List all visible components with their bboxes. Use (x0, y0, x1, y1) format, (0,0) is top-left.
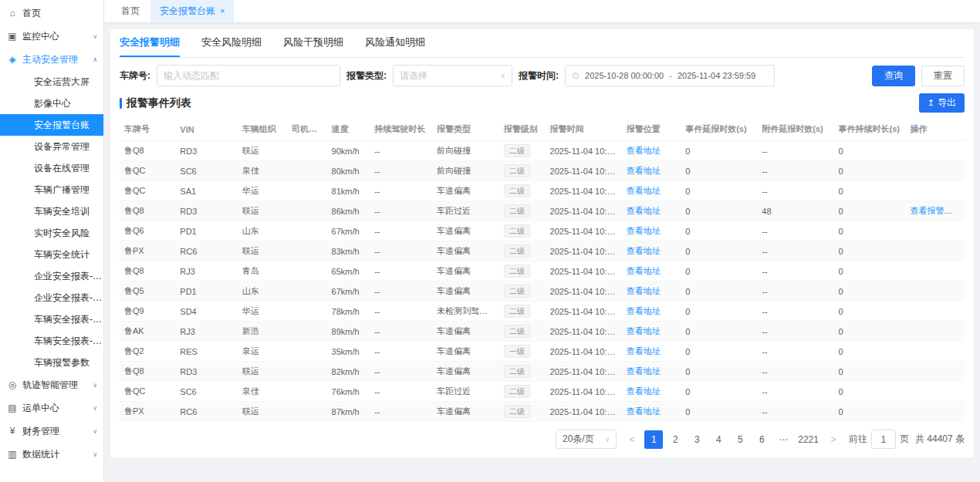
table-row: 鲁Q9SD4华运78km/h--未检测到驾驶员二级2025-11-04 10:2… (120, 302, 965, 322)
content-tab[interactable]: 风险干预明细 (283, 29, 343, 57)
table-row: 鲁Q5PD1山东67km/h--车道偏离二级2025-11-04 10:24:2… (120, 281, 965, 302)
view-address-link[interactable]: 查看地址 (627, 306, 661, 315)
table-cell: PD1 (175, 281, 238, 302)
content-tab[interactable]: 风险通知明细 (365, 29, 425, 57)
close-icon[interactable]: × (220, 7, 225, 15)
card-tabs: 安全报警明细安全风险明细风险干预明细风险通知明细 (120, 29, 965, 58)
content-tab[interactable]: 安全风险明细 (201, 29, 262, 57)
view-address-link[interactable]: 查看地址 (627, 366, 661, 376)
sidebar-subitem[interactable]: 企业安全报表-风险 (0, 265, 103, 287)
table-cell: SC6 (175, 161, 238, 181)
sidebar-subitem[interactable]: 实时安全风险 (0, 222, 103, 244)
page-number-button[interactable]: 3 (688, 430, 706, 449)
table-cell: -- (757, 281, 833, 302)
sidebar-subitem[interactable]: 车辆安全报表-报警 (0, 330, 103, 352)
search-button[interactable]: 查询 (872, 66, 915, 86)
table-row: 鲁PXRC6联运83km/h--车道偏离二级2025-11-04 10:24:5… (120, 241, 965, 261)
window-tab[interactable]: 首页 (112, 0, 149, 22)
goto-page-input[interactable] (871, 430, 896, 449)
sidebar-subitem[interactable]: 车辆安全报表-风险 (0, 308, 103, 330)
plate-input[interactable] (157, 65, 340, 86)
view-address-link[interactable]: 查看地址 (627, 286, 661, 295)
prev-page-button[interactable]: < (623, 430, 641, 449)
table-cell: 2025-11-04 10:26:44 (546, 181, 622, 201)
sidebar-subitem[interactable]: 车辆广播管理 (0, 179, 103, 201)
page-number-button[interactable]: 5 (731, 430, 749, 449)
alarm-time-range-picker[interactable]: ⊙ 2025-10-28 00:00:00 - 2025-11-04 23:59… (565, 65, 775, 86)
table-cell: 青岛 (238, 261, 287, 281)
view-address-link[interactable]: 查看地址 (627, 246, 661, 255)
table-cell: 二级 (499, 221, 546, 241)
page-number-button[interactable]: 2221 (796, 430, 821, 449)
view-address-link[interactable]: 查看地址 (627, 386, 661, 396)
table-cell: 查看地址 (622, 402, 681, 422)
table-cell: -- (370, 342, 432, 362)
table-cell: RC6 (175, 241, 238, 261)
table-cell: SD4 (175, 302, 238, 322)
table-cell: -- (370, 322, 432, 342)
table-cell: 泉佳 (238, 161, 287, 181)
sidebar-item-label: 数据统计 (22, 448, 90, 461)
sidebar-subitem[interactable]: 车辆安全统计 (0, 244, 103, 265)
table-cell: 二级 (499, 141, 546, 161)
reset-button[interactable]: 重置 (921, 66, 965, 86)
sidebar-item[interactable]: ▣监控中心∨ (0, 25, 103, 48)
chevron-down-icon: ∨ (93, 405, 97, 412)
table-cell: -- (757, 402, 833, 422)
page-number-button[interactable]: 1 (644, 430, 663, 449)
table-cell (287, 181, 327, 201)
page-ellipsis[interactable]: ⋯ (774, 430, 792, 449)
sidebar-subitem[interactable]: 设备异常管理 (0, 136, 103, 157)
sidebar-subitem[interactable]: 安全运营大屏 (0, 71, 103, 93)
table-cell: 前向碰撞 (432, 141, 499, 161)
export-button[interactable]: ↥ 导出 (919, 93, 965, 113)
table-cell: 2025-11-04 10:24:54 (546, 221, 622, 241)
sidebar-item[interactable]: ▥数据统计∨ (0, 443, 103, 466)
table-cell: 泉运 (238, 342, 287, 362)
sidebar-item[interactable]: ◎轨迹智能管理∨ (0, 373, 103, 396)
alarm-level-tag: 二级 (504, 144, 530, 157)
sidebar-subitem[interactable]: 设备在线管理 (0, 157, 103, 179)
view-address-link[interactable]: 查看地址 (627, 226, 661, 235)
view-address-link[interactable]: 查看地址 (627, 146, 661, 155)
alarm-level-tag: 二级 (504, 305, 530, 318)
page-number-button[interactable]: 6 (752, 430, 771, 449)
view-address-link[interactable]: 查看地址 (627, 166, 661, 175)
view-address-link[interactable]: 查看地址 (627, 186, 661, 195)
view-address-link[interactable]: 查看地址 (627, 326, 661, 335)
table-cell: 查看地址 (622, 281, 681, 302)
sidebar-subitem[interactable]: 安全报警台账 (0, 114, 103, 136)
table-cell: 81km/h (327, 181, 370, 201)
sidebar-item[interactable]: ◈主动安全管理∧ (0, 48, 103, 71)
table-cell (905, 342, 965, 362)
table-cell: 2025-11-04 10:23:58 (546, 322, 622, 342)
sidebar-item[interactable]: ¥财务管理∨ (0, 420, 103, 443)
window-tab[interactable]: 安全报警台账× (150, 0, 234, 22)
view-attachment-link[interactable]: 查看报警附件 (910, 206, 961, 215)
page-number-button[interactable]: 4 (709, 430, 728, 449)
sidebar-item[interactable]: ▤运单中心∨ (0, 396, 103, 420)
table-cell: 查看地址 (622, 302, 681, 322)
chevron-down-icon: ∨ (93, 33, 97, 40)
next-page-button[interactable]: > (824, 430, 843, 449)
column-header: 报警类型 (432, 118, 499, 141)
sidebar-subitem[interactable]: 企业安全报表-报警 (0, 287, 103, 308)
table-cell: -- (757, 302, 833, 322)
table-cell: RC6 (175, 402, 238, 422)
sidebar-subitem[interactable]: 车辆报警参数 (0, 352, 103, 373)
page-number-button[interactable]: 2 (666, 430, 684, 449)
view-address-link[interactable]: 查看地址 (627, 266, 661, 275)
sidebar-subitem[interactable]: 车辆安全培训 (0, 201, 103, 222)
table-cell: 2025-11-04 10:24:32 (546, 261, 622, 281)
table-cell: 2025-11-04 10:23:25 (546, 342, 622, 362)
sidebar-item[interactable]: ⌂首页 (0, 2, 103, 25)
view-address-link[interactable]: 查看地址 (627, 346, 661, 356)
sidebar-subitem[interactable]: 影像中心 (0, 93, 103, 114)
content-tab[interactable]: 安全报警明细 (120, 29, 180, 57)
page-size-select[interactable]: 20条/页 ∨ (556, 430, 617, 449)
alarm-type-select[interactable]: 请选择 ∨ (393, 65, 512, 86)
view-address-link[interactable]: 查看地址 (627, 206, 661, 215)
table-cell: -- (757, 221, 833, 241)
view-address-link[interactable]: 查看地址 (627, 406, 661, 416)
page-size-value: 20条/页 (563, 433, 594, 446)
